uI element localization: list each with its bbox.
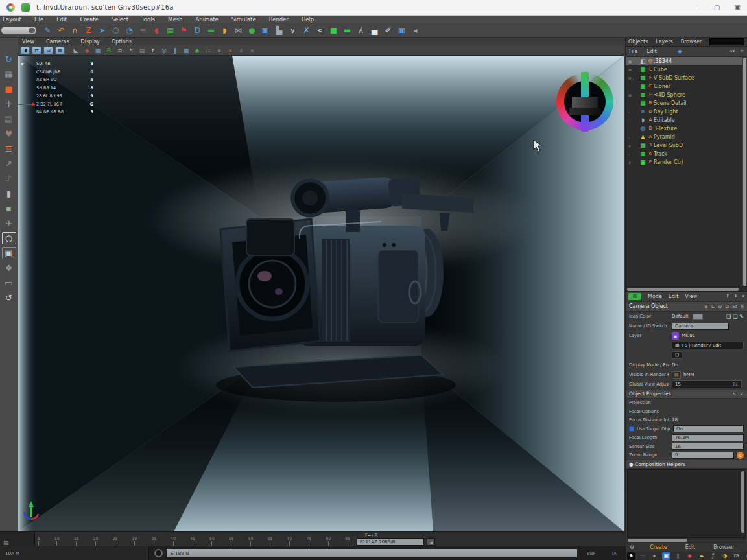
toolbar-icon[interactable]: ▬ xyxy=(205,24,217,36)
toolbar-icon[interactable]: ∨ xyxy=(287,24,299,36)
dock-icon[interactable]: ƒ xyxy=(709,552,717,560)
object-row[interactable]: ◍ B 3-Texture xyxy=(626,124,742,133)
object-tag[interactable]: 3 xyxy=(647,143,654,148)
viewport-tool-icon[interactable]: ◎ xyxy=(160,46,169,54)
attribute-menu-icon[interactable]: P xyxy=(726,294,729,299)
attr-value[interactable]: hMM xyxy=(683,372,694,377)
object-name[interactable]: Cube xyxy=(654,67,667,73)
dock-icon[interactable]: ▣ xyxy=(662,552,670,560)
object-tag[interactable]: A xyxy=(647,117,654,122)
toolbar-icon[interactable]: ➤ xyxy=(96,24,108,36)
object-name[interactable]: Pyramid xyxy=(654,134,675,140)
name-input[interactable]: Camera xyxy=(672,323,729,330)
viewport-tool-icon[interactable]: ▪ xyxy=(215,46,224,54)
left-tool-icon[interactable]: ▮ xyxy=(2,187,16,200)
visibility-dots[interactable]: · xyxy=(628,118,639,122)
object-list-scrollbar[interactable] xyxy=(742,57,747,286)
menu-item[interactable]: Select xyxy=(112,16,128,23)
viewport-menu-item[interactable]: Display xyxy=(81,39,101,45)
focal-length-input[interactable]: 76.3M xyxy=(672,434,744,441)
filter-icon[interactable]: ◆ xyxy=(678,48,682,54)
object-tag[interactable]: A xyxy=(647,134,654,139)
dock-icon[interactable]: ☁ xyxy=(697,552,706,560)
left-tool-icon[interactable]: ○ xyxy=(2,232,16,244)
layer-name[interactable]: Mk.01 xyxy=(682,333,695,338)
material-tab[interactable]: Create xyxy=(650,544,667,550)
dock-icon[interactable]: ◉ xyxy=(685,552,694,560)
object-row[interactable]: · ◗ A Editable xyxy=(626,116,742,124)
viewport-mode-button[interactable]: ▦ xyxy=(55,47,65,54)
visibility-dots[interactable]: ● xyxy=(628,59,639,64)
viewport-canvas[interactable]: ▼ SDI 4B 8 CF-0NB JNB 0 AB xyxy=(18,56,624,531)
layout-slider[interactable] xyxy=(1,27,36,34)
viewport-tool-icon[interactable]: B xyxy=(104,46,113,54)
manager-tab[interactable]: Layers xyxy=(656,39,672,45)
left-tool-icon[interactable]: ▣ xyxy=(2,247,16,259)
menu-item[interactable]: Layout xyxy=(3,16,21,23)
dock-icon[interactable]: ∥ xyxy=(674,552,682,560)
object-name[interactable]: Cloner xyxy=(654,84,670,89)
refresh-button[interactable]: C xyxy=(737,452,744,459)
toolbar-icon[interactable]: ✗ xyxy=(300,24,313,36)
viewport-tool-icon[interactable]: ◣ xyxy=(71,46,80,54)
color-swatch[interactable] xyxy=(693,314,703,320)
preview-scrollbar[interactable] xyxy=(741,471,744,533)
maximize-button[interactable]: ▢ xyxy=(714,4,720,11)
toolbar-icon[interactable]: ∩ xyxy=(69,24,81,36)
menu-item[interactable]: Render xyxy=(269,16,289,23)
object-tag[interactable]: F xyxy=(647,92,654,97)
object-row[interactable]: = ■ L Cube xyxy=(626,65,742,74)
object-tag[interactable]: E xyxy=(647,159,654,165)
gear-icon[interactable]: ⚙ xyxy=(630,544,634,550)
visibility-dots[interactable]: - xyxy=(628,135,639,139)
visibility-dots[interactable]: = xyxy=(628,67,639,72)
viewport-mode-button[interactable]: ⊡ xyxy=(43,47,53,54)
dock-icon[interactable]: ▸ xyxy=(650,552,659,560)
manager-tab[interactable]: Objects xyxy=(628,39,648,45)
object-tag[interactable]: B xyxy=(647,109,654,114)
menu-item[interactable]: Help xyxy=(302,16,314,23)
left-tool-icon[interactable]: ↻ xyxy=(2,53,16,65)
visibility-dots[interactable]: - xyxy=(628,110,639,114)
link-field[interactable]: ▤ F5 | Render / Edit xyxy=(672,342,744,349)
menu-item[interactable]: Tools xyxy=(141,16,155,23)
visibility-dots[interactable]: - xyxy=(628,152,639,156)
menu-item[interactable]: Simulate xyxy=(231,16,256,23)
left-tool-icon[interactable]: ▪ xyxy=(2,202,16,215)
section-icon[interactable]: ↖ xyxy=(732,391,736,397)
toolbar-icon[interactable]: ✐ xyxy=(382,24,394,36)
object-row[interactable]: H , ■ F V SubD Surface xyxy=(626,74,742,82)
attribute-menu-icon[interactable]: ↕ xyxy=(734,294,738,299)
left-tool-icon[interactable]: ✈ xyxy=(2,217,16,229)
search-box[interactable] xyxy=(709,38,744,45)
object-row[interactable]: ≡ ■ F <4D Sphere xyxy=(626,91,742,99)
viewport-tool-icon[interactable]: ▦ xyxy=(182,46,191,54)
edit-icon[interactable]: ✎ xyxy=(739,314,744,320)
menu-item[interactable]: Animate xyxy=(195,16,219,23)
toolbar-icon[interactable]: < xyxy=(314,24,326,36)
visibility-dots[interactable]: H , xyxy=(628,76,639,80)
object-menu-item[interactable]: Edit xyxy=(646,49,657,54)
object-name[interactable]: V SubD Surface xyxy=(654,75,694,81)
left-tool-icon[interactable]: ♪ xyxy=(2,172,16,185)
attribute-tab[interactable]: Mode xyxy=(648,294,662,299)
toolbar-icon[interactable]: ◂ xyxy=(409,24,421,36)
target-field[interactable]: On xyxy=(673,425,744,432)
frame-input[interactable]: F111AZ 70B3/R xyxy=(357,538,424,546)
toolbar-icon[interactable]: D xyxy=(191,24,204,36)
left-tool-icon[interactable]: ↺ xyxy=(2,292,16,304)
object-row[interactable]: - ✕ B Ray Light xyxy=(626,108,742,116)
toolbar-icon[interactable]: ≡ xyxy=(137,24,149,36)
left-tool-icon[interactable]: ▦ xyxy=(2,68,16,80)
visibility-dots[interactable]: 3 xyxy=(628,160,639,165)
left-tool-icon[interactable]: ▭ xyxy=(2,277,16,289)
section-tab[interactable]: C xyxy=(711,304,715,309)
dock-icon[interactable]: ra xyxy=(732,552,741,560)
left-tool-icon[interactable]: ≣ xyxy=(2,143,16,155)
section-icon[interactable]: ✓ xyxy=(740,391,744,397)
section-tab[interactable]: O xyxy=(718,304,722,309)
dock-icon[interactable]: ⌂ xyxy=(744,552,747,560)
attr-subheader[interactable]: Projection xyxy=(626,399,747,408)
viewport-menu-item[interactable]: View xyxy=(22,39,34,45)
close-button[interactable]: ▣ xyxy=(735,4,741,11)
